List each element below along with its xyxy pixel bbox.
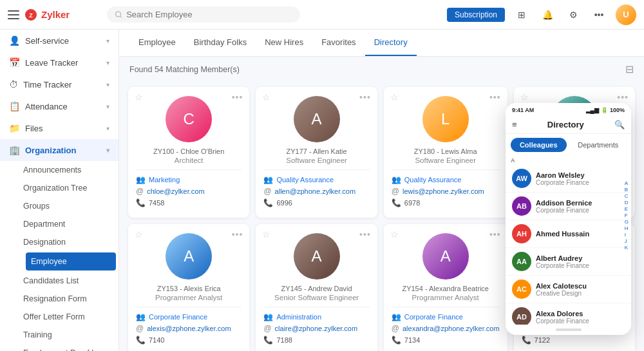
tab-directory[interactable]: Directory xyxy=(365,30,417,56)
star-icon[interactable]: ☆ xyxy=(390,92,399,102)
alpha-letter[interactable]: C xyxy=(625,193,629,199)
star-icon[interactable]: ☆ xyxy=(135,92,143,102)
mobile-contact-item[interactable]: AD Alexa Dolores Corporate Finance xyxy=(506,303,631,325)
employee-card[interactable]: ☆ ••• A ZY145 - Andrew David Senior Soft… xyxy=(256,224,377,351)
sidebar-sub-groups[interactable]: Groups xyxy=(23,197,118,215)
mobile-search-icon[interactable]: 🔍 xyxy=(614,120,625,129)
mobile-contact-item[interactable]: AW Aaron Welsley Corporate Finance xyxy=(506,165,631,193)
card-menu-icon[interactable]: ••• xyxy=(617,92,629,102)
sidebar-sub-employee[interactable]: Employee xyxy=(26,252,116,270)
battery-pct: 100% xyxy=(610,107,625,113)
card-dept-row: 👥 Quality Assurance xyxy=(392,175,500,184)
tab-new-hires[interactable]: New Hires xyxy=(256,30,312,56)
card-avatar: L xyxy=(422,96,469,142)
card-dept-row: 👥 Marketing xyxy=(136,175,242,184)
alpha-letter[interactable]: J xyxy=(625,238,629,244)
mobile-contact-item[interactable]: AA Albert Audrey Corporate Finance xyxy=(506,248,631,276)
sidebar-item-organization[interactable]: 🏢 Organization ▾ xyxy=(0,139,118,161)
mobile-time: 9:41 AM xyxy=(512,107,534,113)
settings-icon[interactable]: ⚙ xyxy=(564,6,582,24)
filter-icon[interactable]: ⊟ xyxy=(625,63,634,75)
employee-card[interactable]: ☆ ••• L ZY180 - Lewis Alma Software Engi… xyxy=(384,87,507,218)
more-icon[interactable]: ••• xyxy=(590,6,608,24)
star-icon[interactable]: ☆ xyxy=(520,92,529,102)
sidebar-sub-designation[interactable]: Designation xyxy=(23,233,118,251)
mobile-contact-item[interactable]: AB Addison Bernice Corporate Finance xyxy=(506,193,631,220)
card-email[interactable]: claire@zphone.zylker.com xyxy=(275,325,358,332)
alpha-letter[interactable]: H xyxy=(625,225,629,231)
alpha-letter[interactable]: E xyxy=(625,206,629,212)
card-email[interactable]: chloe@zylker.com xyxy=(147,187,204,195)
alpha-letter[interactable]: D xyxy=(625,200,629,205)
sidebar-sub-announcements[interactable]: Announcements xyxy=(23,161,118,179)
mobile-contact-item[interactable]: AC Alex Calotescu Creative Design xyxy=(506,276,631,303)
card-dept[interactable]: Administration xyxy=(276,313,321,321)
card-emp-id: ZY180 - Lewis Alma xyxy=(414,147,477,155)
sidebar-item-leave-tracker[interactable]: 📅 Leave Tracker ▾ xyxy=(0,52,118,73)
alpha-letter[interactable]: I xyxy=(625,232,629,238)
employee-card[interactable]: ☆ ••• C ZY100 - Chloe O'Brien Architect … xyxy=(128,87,249,218)
mobile-menu-icon[interactable]: ≡ xyxy=(512,120,517,129)
card-email[interactable]: lewis@zphone.zylker.com xyxy=(402,187,484,195)
card-info: 👥 Marketing @ chloe@zylker.com 📞 7458 xyxy=(136,175,242,210)
user-avatar[interactable]: U xyxy=(616,5,636,25)
alpha-letter[interactable]: G xyxy=(625,219,629,225)
sidebar-item-self-service[interactable]: 👤 Self-service ▾ xyxy=(0,30,118,52)
card-menu-icon[interactable]: ••• xyxy=(359,92,371,102)
card-menu-icon[interactable]: ••• xyxy=(359,229,371,240)
search-input[interactable] xyxy=(126,10,292,19)
card-email[interactable]: alexandra@zphone.zylker.com xyxy=(402,325,500,332)
mobile-contact-info: Addison Bernice Corporate Finance xyxy=(536,199,625,214)
sidebar-item-time-tracker[interactable]: ⏱ Time Tracker ▾ xyxy=(0,73,118,95)
card-menu-icon[interactable]: ••• xyxy=(489,229,501,240)
files-icon: 📁 xyxy=(9,123,20,133)
card-phone: 7122 xyxy=(535,336,550,344)
star-icon[interactable]: ☆ xyxy=(135,229,143,240)
sidebar-item-files[interactable]: 📁 Files ▾ xyxy=(0,117,118,139)
card-dept[interactable]: Quality Assurance xyxy=(276,176,334,184)
hamburger-menu[interactable] xyxy=(8,10,19,19)
mobile-tab-colleagues[interactable]: Colleagues xyxy=(511,138,567,152)
card-phone-row: 📞 7134 xyxy=(392,336,500,345)
sidebar-sub-department[interactable]: Department xyxy=(23,215,118,233)
card-dept[interactable]: Corporate Finance xyxy=(404,313,463,321)
tab-favorites[interactable]: Favorites xyxy=(312,30,365,56)
alpha-letter[interactable]: B xyxy=(625,187,629,193)
sidebar-sub-resignation[interactable]: Resignation Form xyxy=(23,290,118,308)
alpha-letter[interactable]: F xyxy=(625,213,629,218)
star-icon[interactable]: ☆ xyxy=(262,92,270,102)
sidebar-sub-offer-letter[interactable]: Offer Letter Form xyxy=(23,308,118,326)
tab-employee[interactable]: Employee xyxy=(129,30,185,56)
star-icon[interactable]: ☆ xyxy=(390,229,399,240)
alpha-letter[interactable]: K xyxy=(625,245,629,251)
sidebar-item-attendance[interactable]: 📋 Attendance ▾ xyxy=(0,95,118,117)
card-info: 👥 Administration @ claire@zphone.zylker.… xyxy=(263,312,369,347)
sidebar-sub-org-tree[interactable]: Organization Tree xyxy=(23,179,118,197)
card-menu-icon[interactable]: ••• xyxy=(232,92,243,102)
mobile-tab-departments[interactable]: Departments xyxy=(571,138,627,152)
grid-icon[interactable]: ⊞ xyxy=(513,6,531,24)
sidebar-sub-employment-proof[interactable]: Employment Proof Le... xyxy=(23,344,118,351)
employee-card[interactable]: ☆ ••• A ZY177 - Allen Katie Software Eng… xyxy=(256,87,377,218)
sidebar-sub-training[interactable]: Training xyxy=(23,326,118,344)
star-icon[interactable]: ☆ xyxy=(262,229,270,240)
employee-card[interactable]: ☆ ••• A ZY154 - Alexandra Beatrice Progr… xyxy=(384,224,507,351)
subscription-button[interactable]: Subscription xyxy=(447,8,505,22)
employee-card[interactable]: ☆ ••• A ZY153 - Alexis Erica Programmer … xyxy=(128,224,249,351)
card-email[interactable]: allen@zphone.zylker.com xyxy=(275,187,356,195)
card-dept-row: 👥 Administration xyxy=(263,312,369,321)
card-dept[interactable]: Marketing xyxy=(149,176,180,184)
sidebar-sub-candidates[interactable]: Candidates List xyxy=(23,272,118,290)
card-email[interactable]: alexis@zphone.zylker.com xyxy=(147,325,231,332)
card-menu-icon[interactable]: ••• xyxy=(232,229,243,240)
card-emp-id: ZY100 - Chloe O'Brien xyxy=(153,147,224,155)
card-dept[interactable]: Corporate Finance xyxy=(149,313,207,321)
tab-birthday-folks[interactable]: Birthday Folks xyxy=(185,30,256,56)
mobile-contact-item[interactable]: AH Ahmed Hussain xyxy=(506,220,631,248)
alpha-letter[interactable]: A xyxy=(625,180,629,186)
search-bar[interactable] xyxy=(107,6,300,23)
mobile-contact-avatar: AB xyxy=(512,196,531,216)
card-menu-icon[interactable]: ••• xyxy=(489,92,501,102)
card-dept[interactable]: Quality Assurance xyxy=(404,176,462,184)
bell-icon[interactable]: 🔔 xyxy=(538,6,556,24)
